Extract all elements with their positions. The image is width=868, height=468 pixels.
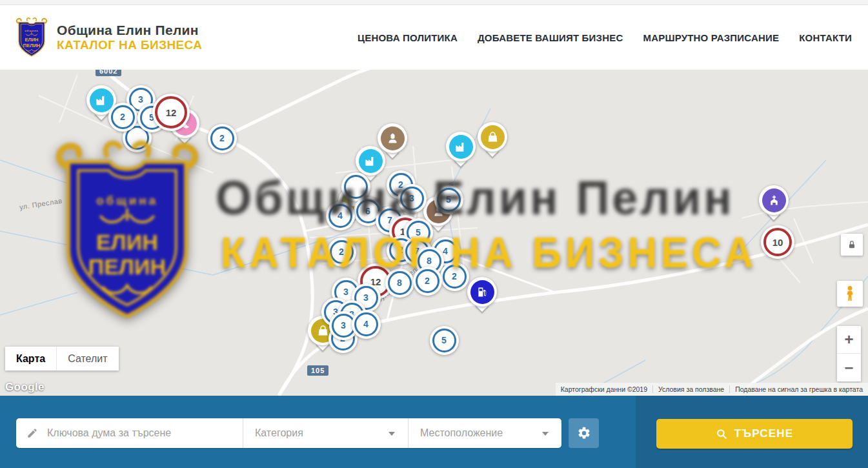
municipality-crest-logo: община ЕЛИН ПЕЛИН [15,17,48,58]
site-subtitle: КАТАЛОГ НА БИЗНЕСА [57,38,202,52]
map-cluster-marker[interactable]: 4 [326,201,355,230]
map-cluster-marker[interactable]: 12 [152,94,190,131]
map-cluster-marker[interactable]: 2 [327,238,356,267]
map-cluster-marker[interactable]: 5 [434,185,463,214]
factory-icon [454,140,468,154]
map-cluster-marker[interactable]: 3 [398,184,427,213]
search-button[interactable]: ТЪРСЕНЕ [656,419,853,449]
location-select[interactable]: Местоположение [409,418,561,448]
cluster-count: 2 [210,127,234,150]
map-lock-control[interactable] [841,234,863,256]
factory-icon [95,94,108,107]
site-header: община ЕЛИН ПЕЛИН Община Елин Пелин КАТА… [0,5,868,70]
map-pin[interactable] [478,122,507,159]
map-pin[interactable] [759,185,789,223]
cluster-count: 12 [155,96,187,128]
keyword-field[interactable] [16,418,243,448]
cluster-count: 4 [354,312,378,336]
search-button-label: ТЪРСЕНЕ [734,427,794,440]
cluster-count: 2 [330,240,354,264]
attribution-report-link[interactable]: Подаване на сигнал за грешка в картата [730,385,868,393]
nav-item-contacts[interactable]: КОНТАКТИ [799,32,852,43]
zoom-out-button[interactable]: − [837,354,861,382]
site-title: Община Елин Пелин [57,23,202,38]
shopping-bag-icon [486,130,500,144]
map-cluster-marker[interactable]: 2 [413,267,442,296]
map-cluster-marker[interactable]: 10 [761,225,794,259]
cluster-count: 4 [328,204,352,228]
cluster-count: 2 [443,265,467,289]
map-cluster-marker[interactable]: 2 [108,103,137,132]
search-icon [716,428,728,440]
svg-text:община: община [25,29,38,32]
lock-icon [847,239,857,250]
google-map[interactable]: община ЕЛИН ПЕЛИН Община Елин Пелин КАТА… [0,70,868,396]
brand[interactable]: община ЕЛИН ПЕЛИН Община Елин Пелин КАТА… [15,17,202,58]
category-select[interactable]: Категория [243,418,408,448]
map-cluster-marker[interactable]: 8 [385,269,414,298]
pegman-icon [842,285,858,302]
search-fields-group: Категория Местоположение [16,418,561,448]
zoom-control: + − [837,326,861,382]
zoom-in-button[interactable]: + [837,326,861,354]
map-cluster-marker[interactable]: 2 [440,262,469,291]
street-view-pegman[interactable] [837,281,863,307]
attribution-terms-link[interactable]: Условия за ползване [653,385,729,393]
cluster-count: 3 [400,187,424,210]
map-pin[interactable] [446,132,476,169]
cluster-count: 10 [763,228,792,256]
svg-text:ПЕЛИН: ПЕЛИН [23,43,40,48]
pencil-icon [26,427,38,439]
map-type-toggle: Карта Сателит [5,347,119,371]
cluster-count [344,175,368,199]
map-attribution: Картографски данни ©2019 Условия за полз… [556,383,868,396]
category-select-label: Категория [243,427,303,439]
cluster-count: 2 [416,269,439,293]
nav-item-pricing[interactable]: ЦЕНОВА ПОЛИТИКА [358,32,458,43]
google-logo[interactable]: Google [5,381,45,394]
factory-icon [364,154,378,168]
search-bar: Категория Местоположение ТЪРСЕНЕ [0,396,868,468]
worker-icon [386,132,399,145]
cluster-count: 2 [111,105,135,129]
nav-item-add-business[interactable]: ДОБАВЕТЕ ВАШИЯТ БИЗНЕС [478,32,623,43]
cluster-count: 5 [437,188,461,212]
chevron-down-icon [389,432,395,436]
svg-text:ЕЛИН: ЕЛИН [25,37,38,43]
map-cluster-marker[interactable]: 4 [352,310,381,339]
keyword-input[interactable] [46,418,243,449]
map-cluster-marker[interactable]: 2 [208,124,237,153]
location-select-label: Местоположение [409,427,503,439]
advanced-options-button[interactable] [569,418,599,448]
map-cluster-marker[interactable]: 5 [430,326,459,355]
map-pin[interactable] [467,277,497,314]
cluster-count: 8 [388,271,412,295]
gear-icon [577,426,591,440]
cluster-count: 5 [432,329,456,352]
chevron-down-icon [542,432,549,436]
nav-item-transport-schedule[interactable]: МАРШРУТНО РАЗПИСАНИЕ [643,32,779,43]
fuel-icon [476,285,489,299]
top-strip [0,0,868,5]
attribution-copyright: Картографски данни ©2019 [556,385,652,393]
map-type-satellite-button[interactable]: Сателит [56,347,118,371]
road-number-shield: 105 [307,365,328,376]
shopping-bag-icon [316,324,330,338]
road-number-shield: 6002 [96,70,121,76]
main-nav: ЦЕНОВА ПОЛИТИКА ДОБАВЕТЕ ВАШИЯТ БИЗНЕС М… [358,5,852,70]
church-icon [767,194,781,207]
map-type-map-button[interactable]: Карта [5,347,56,371]
